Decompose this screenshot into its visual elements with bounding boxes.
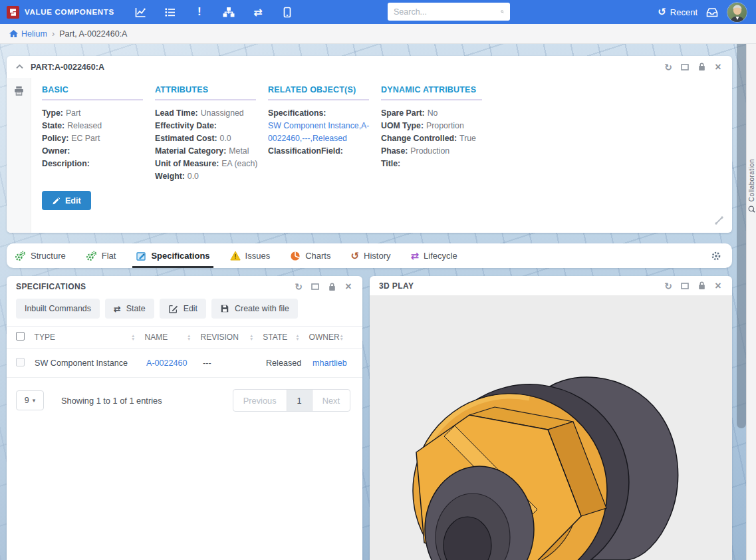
edit-button[interactable]: Edit [42,191,91,210]
tab-settings-gear-icon[interactable] [711,251,721,261]
alert-exclamation-icon[interactable]: ! [193,5,206,19]
recent-button[interactable]: ↺ Recent [658,6,697,18]
field-row: Policy:EC Part [42,132,155,145]
3d-model-part[interactable] [370,295,732,560]
collaboration-tab[interactable]: Collaboration [747,159,756,213]
tab-charts[interactable]: Charts [290,243,330,268]
app-screen: VALUE COMPONENTS ! ⇄ ↺ Recent [0,0,756,560]
lock-icon[interactable] [697,63,706,72]
history-icon: ↺ [350,250,359,262]
sort-icon[interactable]: ▲▼ [249,334,253,341]
tab-history[interactable]: ↺ History [350,243,390,268]
print-icon[interactable] [14,86,24,96]
edit-row-button[interactable]: Edit [160,299,206,319]
section-related-title: RELATED OBJECT(S) [268,85,369,100]
part-panel-header: PART:A-0022460:A ↻ × [7,56,732,78]
column-name: NAME [144,333,168,342]
field-row: ClassificationField: [268,145,381,158]
refresh-icon[interactable]: ↻ [294,282,303,291]
field-row: Owner: [42,145,155,158]
create-with-file-button[interactable]: Create with file [211,299,298,319]
warning-triangle-icon [230,251,241,261]
specifications-panel-title: SPECIFICATIONS [16,282,86,291]
breadcrumb-home[interactable]: Helium [9,29,47,39]
lock-icon[interactable] [697,281,706,291]
current-page-button[interactable]: 1 [287,390,313,411]
part-attribute-columns: BASIC Type:Part State:Released Policy:EC… [42,85,494,183]
part-summary-panel: PART:A-0022460:A ↻ × BASIC Type:Part Sta… [7,56,732,233]
inbox-tray-icon[interactable] [706,7,718,17]
column-state: STATE [263,333,287,342]
specifications-panel: SPECIFICATIONS ↻ × Inbuilt Commands ⇄ St… [7,276,362,560]
collaboration-label: Collaboration [748,159,755,202]
caret-down-icon: ▾ [33,397,36,404]
refresh-icon[interactable]: ↻ [664,63,673,72]
collapse-chevron-icon[interactable] [16,65,23,69]
resize-handle[interactable] [714,215,724,228]
field-row: Phase:Production [381,145,494,158]
pencil-icon [52,197,60,205]
window-icon[interactable] [680,63,690,72]
tab-flat[interactable]: Flat [86,243,116,268]
mobile-icon[interactable] [281,5,294,19]
window-icon[interactable] [311,282,320,291]
3d-viewport[interactable] [370,295,732,560]
tab-specifications[interactable]: Specifications [136,243,209,268]
specifications-toolbar: Inbuilt Commands ⇄ State Edit Create wit… [7,297,362,326]
column-owner: OWNER [309,333,340,342]
3d-window-controls: ↻ × [664,281,723,291]
cell-owner-link[interactable]: mhartlieb [313,358,347,368]
search-input[interactable] [394,7,501,17]
section-related-objects: RELATED OBJECT(S) Specifications: SW Com… [268,85,381,183]
section-dynamic-title: DYNAMIC ATTRIBUTES [381,85,482,100]
tab-structure[interactable]: Structure [15,243,66,268]
task-list-icon[interactable] [164,5,177,19]
lock-icon[interactable] [327,282,336,291]
column-revision: REVISION [200,333,238,342]
state-button[interactable]: ⇄ State [105,299,154,319]
window-icon[interactable] [680,281,690,291]
cell-name-link[interactable]: A-0022460 [146,358,188,368]
close-icon[interactable]: × [344,282,353,291]
tab-lifecycle[interactable]: ⇄ Lifecycle [410,243,457,268]
history-icon: ↺ [658,6,666,18]
specification-link[interactable]: SW Component Instance,A-0022460,---,Rele… [268,120,373,145]
sort-icon[interactable]: ▲▼ [187,334,191,341]
close-icon[interactable]: × [713,63,723,72]
spec-pencil-icon [136,251,146,261]
specifications-panel-header: SPECIFICATIONS ↻ × [7,276,362,297]
next-page-button[interactable]: Next [313,390,350,411]
row-checkbox[interactable] [16,358,25,366]
part-panel-title: PART:A-0022460:A [31,63,104,72]
brand-logo-icon[interactable] [7,6,19,19]
cell-revision: --- [203,358,266,368]
collaboration-sidebar: Collaboration [746,44,756,560]
inbuilt-commands-button[interactable]: Inbuilt Commands [16,299,100,319]
home-icon [9,30,18,38]
user-avatar[interactable] [727,2,747,23]
field-row: Type:Part [42,107,155,120]
tab-issues[interactable]: Issues [230,243,271,268]
3d-panel-header: 3D PLAY ↻ × [370,276,732,295]
field-row: Description: [42,158,155,170]
section-dynamic-attributes: DYNAMIC ATTRIBUTES Spare Part:No UOM Typ… [381,85,494,183]
table-row[interactable]: SW Component Instance A-0022460 --- Rele… [7,349,362,378]
sitemap-icon[interactable] [222,5,235,19]
field-row: Weight:0.0 [155,170,268,183]
page-size-select[interactable]: 9 ▾ [16,390,44,410]
field-row: Lead Time:Unassigned [155,107,268,120]
sort-icon[interactable]: ▲▼ [340,334,344,341]
edit-button-label: Edit [65,196,81,206]
vertical-scrollbar-thumb[interactable] [737,44,746,428]
select-all-checkbox[interactable] [16,332,25,341]
field-row: Material Category:Metal [155,145,268,158]
chart-icon[interactable] [134,5,148,19]
refresh-icon[interactable]: ↻ [664,281,673,291]
search-icon[interactable] [501,7,504,17]
previous-page-button[interactable]: Previous [233,390,287,411]
sort-icon[interactable]: ▲▼ [131,334,135,341]
transfer-arrows-icon[interactable]: ⇄ [251,5,265,19]
breadcrumb-separator: › [52,29,55,39]
sort-icon[interactable]: ▲▼ [295,334,299,341]
close-icon[interactable]: × [713,281,723,291]
